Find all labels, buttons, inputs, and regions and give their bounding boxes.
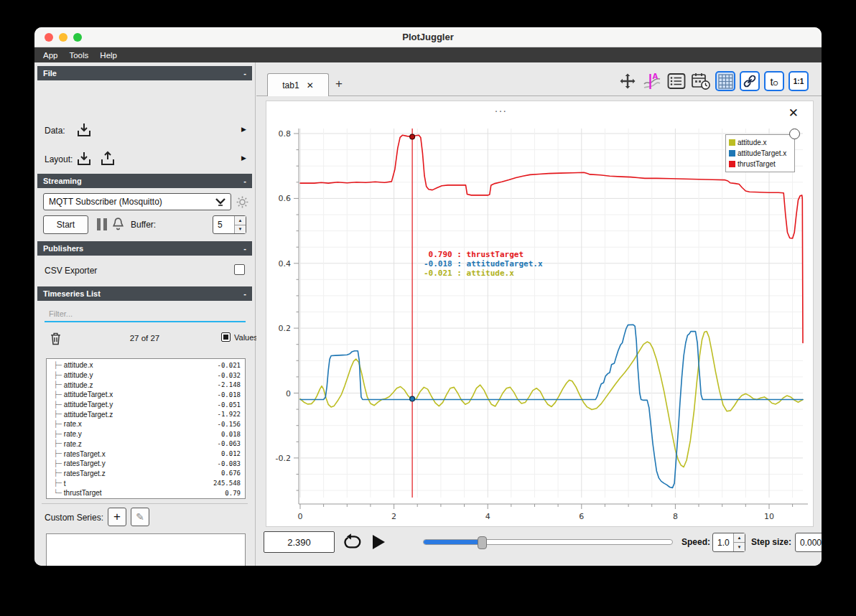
data-import-icon[interactable] <box>75 121 93 139</box>
layout-import-icon[interactable] <box>75 150 93 167</box>
step-size-spinner[interactable]: 0.000 ▲▼ <box>795 533 822 552</box>
collapse-icon[interactable]: - <box>243 244 246 253</box>
collapse-icon[interactable]: - <box>243 69 246 78</box>
svg-text:8: 8 <box>673 512 678 521</box>
tab-tab1[interactable]: tab1 ✕ <box>267 73 329 96</box>
time-display[interactable]: 2.390 <box>264 531 335 553</box>
loop-icon[interactable] <box>343 533 362 551</box>
tab-close-icon[interactable]: ✕ <box>307 80 314 90</box>
one-to-one-icon[interactable]: 1:1 <box>788 71 809 91</box>
close-window-button[interactable] <box>45 33 53 42</box>
spin-up-icon[interactable]: ▲ <box>235 216 246 225</box>
values-checkbox[interactable] <box>221 332 231 342</box>
streaming-section-header[interactable]: Streaming - <box>37 174 252 188</box>
timeseries-row[interactable]: ├─attitudeTarget.x-0.018 <box>47 390 245 400</box>
menu-app[interactable]: App <box>43 51 57 60</box>
pause-icon[interactable] <box>97 218 107 230</box>
menu-tools[interactable]: Tools <box>69 51 88 60</box>
edit-custom-series-button[interactable]: ✎ <box>131 508 149 526</box>
timeseries-list[interactable]: ├─attitude.x-0.021├─attitude.y-0.032├─at… <box>46 358 246 499</box>
file-section-header[interactable]: File - <box>37 66 252 80</box>
timeseries-row[interactable]: ├─attitudeTarget.y-0.051 <box>47 400 245 410</box>
time-offset-icon[interactable]: tO <box>764 71 784 91</box>
speed-spinner[interactable]: 1.0 ▲▼ <box>712 533 745 552</box>
legend-item[interactable]: thrustTarget <box>729 159 791 169</box>
timeseries-row[interactable]: └─thrustTarget0.79 <box>47 488 245 498</box>
window-title: PlotJuggler <box>402 32 454 42</box>
chevron-down-icon <box>215 197 225 206</box>
tree-branch-icon: ├─ <box>54 372 62 379</box>
timeseries-row[interactable]: ├─rate.z-0.063 <box>47 439 245 449</box>
custom-series-list[interactable] <box>46 533 246 566</box>
csv-exporter-checkbox[interactable] <box>234 264 245 275</box>
buffer-spinner[interactable]: 5 ▲▼ <box>213 215 246 234</box>
streaming-source-select[interactable]: MQTT Subscriber (Mosquitto) <box>43 193 231 210</box>
timeline-slider[interactable] <box>423 539 673 545</box>
tracker-annotation-line: -0.021 : attitude.x <box>424 269 543 278</box>
play-icon[interactable] <box>371 533 386 551</box>
legend-handle[interactable] <box>789 129 800 139</box>
move-icon[interactable] <box>618 71 638 91</box>
curve-tracker-icon[interactable]: A <box>642 71 662 91</box>
timeseries-row[interactable]: ├─ratesTarget.x0.012 <box>47 449 245 459</box>
calendar-clock-icon[interactable] <box>691 71 711 91</box>
layout-export-icon[interactable] <box>99 150 116 167</box>
bell-icon[interactable] <box>111 216 126 232</box>
timeseries-row[interactable]: ├─ratesTarget.z0.676 <box>47 469 245 479</box>
timeseries-row[interactable]: ├─attitude.x-0.021 <box>47 360 245 370</box>
timeseries-row[interactable]: ├─rate.x-0.156 <box>47 419 245 429</box>
list-icon[interactable] <box>666 71 687 91</box>
svg-text:A: A <box>653 73 659 80</box>
filter-input[interactable] <box>45 307 246 321</box>
step-size-label: Step size: <box>751 537 791 547</box>
spin-down-icon[interactable]: ▼ <box>734 543 745 551</box>
legend-item[interactable]: attitude.x <box>729 137 791 148</box>
series-value: 0.676 <box>221 470 241 477</box>
data-expand-icon[interactable]: ▶ <box>241 126 246 133</box>
zoom-window-button[interactable] <box>73 33 82 42</box>
grid-icon[interactable] <box>715 71 735 91</box>
start-button-label: Start <box>57 220 75 230</box>
slider-thumb[interactable] <box>478 536 487 549</box>
timeseries-row[interactable]: ├─t245.548 <box>47 478 245 488</box>
menu-bar: App Tools Help <box>34 47 822 62</box>
add-custom-series-button[interactable]: + <box>108 508 126 526</box>
timeseries-section-title: Timeseries List <box>43 289 101 298</box>
timeseries-row[interactable]: ├─attitudeTarget.z-1.922 <box>47 409 245 419</box>
tree-branch-icon: └─ <box>54 490 62 497</box>
series-value: -0.032 <box>217 372 241 379</box>
traffic-lights <box>45 33 82 42</box>
menu-help[interactable]: Help <box>100 51 117 60</box>
gear-icon[interactable] <box>236 195 249 209</box>
legend-label: attitude.x <box>738 139 767 146</box>
layout-expand-icon[interactable]: ▶ <box>241 154 246 162</box>
minimize-window-button[interactable] <box>59 33 68 42</box>
timeseries-section-header[interactable]: Timeseries List - <box>37 286 252 301</box>
publishers-section-header[interactable]: Publishers - <box>37 241 252 256</box>
timeseries-row[interactable]: ├─attitude.y-0.032 <box>47 370 245 381</box>
csv-exporter-label: CSV Exporter <box>45 266 97 276</box>
timeseries-row[interactable]: ├─rate.y0.018 <box>47 429 245 439</box>
legend-label: thrustTarget <box>738 160 776 168</box>
timeseries-row[interactable]: ├─attitude.z-2.148 <box>47 380 245 390</box>
series-value: -0.083 <box>217 460 241 467</box>
start-button[interactable]: Start <box>43 215 88 234</box>
series-value: -0.018 <box>217 391 241 398</box>
timeseries-row[interactable]: ├─ratesTarget.y-0.083 <box>47 459 245 469</box>
series-name: t <box>64 480 213 487</box>
svg-text:6: 6 <box>579 512 584 521</box>
spin-up-icon[interactable]: ▲ <box>734 533 745 543</box>
collapse-icon[interactable]: - <box>243 177 246 185</box>
tracker-annotation-line: 0.790 : thrustTarget <box>424 250 543 259</box>
legend-swatch <box>729 150 735 157</box>
legend-item[interactable]: attitudeTarget.x <box>729 148 791 159</box>
plot-legend[interactable]: attitude.xattitudeTarget.xthrustTarget <box>725 134 795 172</box>
spin-down-icon[interactable]: ▼ <box>235 225 246 234</box>
series-name: attitude.y <box>64 371 218 379</box>
collapse-icon[interactable]: - <box>243 289 246 298</box>
svg-text:2: 2 <box>391 512 396 521</box>
link-icon[interactable] <box>740 71 760 91</box>
add-tab-button[interactable]: + <box>335 77 343 91</box>
speed-label: Speed: <box>681 537 710 547</box>
series-value: -1.922 <box>217 411 241 418</box>
